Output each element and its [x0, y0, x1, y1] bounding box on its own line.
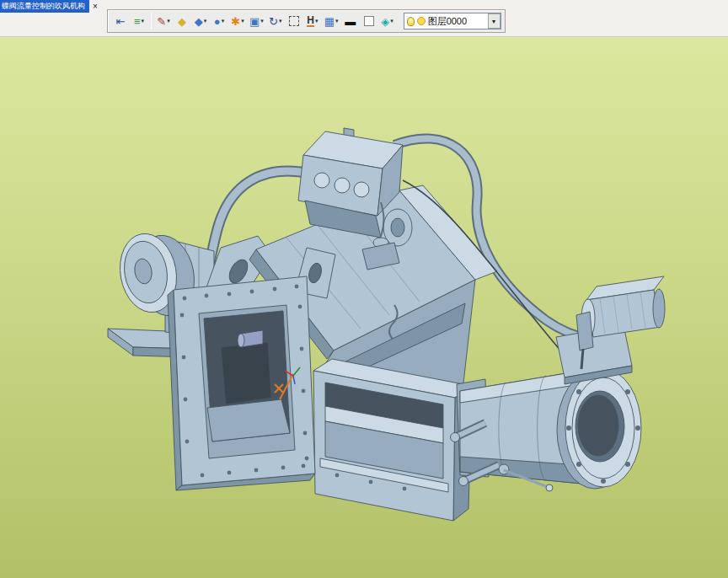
- rotate-icon: ↻: [269, 16, 278, 27]
- dashed-square-icon: [289, 16, 299, 26]
- app-window: 蝶阀流量控制的吹风机构 × ⇤≡▾✎▾◆◆▾●▾✱▾▣▾↻▾H▾▦▾▬◈▾ 图层…: [0, 0, 728, 578]
- layer-combo-dropdown-button[interactable]: ▾: [488, 13, 500, 29]
- tab-close-button[interactable]: ×: [89, 0, 101, 13]
- sphere-icon: ●: [214, 16, 221, 27]
- top-strip: 蝶阀流量控制的吹风机构 × ⇤≡▾✎▾◆◆▾●▾✱▾▣▾↻▾H▾▦▾▬◈▾ 图层…: [0, 0, 728, 37]
- document-tab-row: 蝶阀流量控制的吹风机构 ×: [0, 0, 101, 13]
- select-region-button[interactable]: [285, 12, 303, 30]
- 3d-model-canvas[interactable]: [0, 37, 728, 578]
- layers-icon: ≡: [134, 16, 141, 27]
- pattern-tool-button[interactable]: ✱▾: [228, 12, 247, 30]
- dropdown-arrow-icon[interactable]: ▾: [390, 18, 393, 24]
- 3d-viewport[interactable]: [0, 37, 728, 578]
- teal-diamond-icon: ◈: [381, 16, 389, 27]
- chevron-down-icon: ▾: [492, 18, 495, 25]
- window-icon: ▣: [249, 16, 260, 27]
- dropdown-arrow-icon[interactable]: ▾: [142, 18, 145, 24]
- exit-app-button[interactable]: ⇤: [111, 12, 130, 30]
- thick-line-icon: ▬: [345, 16, 356, 27]
- right-hopper-box[interactable]: [313, 359, 472, 521]
- view-window-button[interactable]: ▣▾: [247, 12, 266, 30]
- sketch-tool-button[interactable]: ✎▾: [154, 12, 173, 30]
- layer-combo[interactable]: 图层0000 ▾: [404, 13, 501, 29]
- toolbar: ⇤≡▾✎▾◆◆▾●▾✱▾▣▾↻▾H▾▦▾▬◈▾ 图层0000 ▾: [107, 9, 506, 33]
- document-tab[interactable]: 蝶阀流量控制的吹风机构: [0, 0, 89, 13]
- cube-gold-icon: ◆: [178, 16, 186, 27]
- dropdown-arrow-icon[interactable]: ▾: [241, 18, 244, 24]
- layer-color-icon: [417, 17, 426, 25]
- display-mode-button[interactable]: ▦▾: [322, 12, 341, 30]
- material-button[interactable]: ◈▾: [378, 12, 397, 30]
- toolbar-buttons: ⇤≡▾✎▾◆◆▾●▾✱▾▣▾↻▾H▾▦▾▬◈▾: [111, 11, 397, 31]
- line-width-button[interactable]: ▬: [341, 12, 360, 30]
- lightbulb-icon[interactable]: [407, 17, 415, 26]
- screen-icon: ▦: [324, 16, 335, 27]
- cube-blue-icon: ◆: [195, 16, 203, 27]
- dropdown-arrow-icon[interactable]: ▾: [167, 18, 170, 24]
- letter-h-icon: H: [307, 15, 314, 27]
- dropdown-arrow-icon[interactable]: ▾: [335, 18, 339, 24]
- toolbar-separator: [151, 13, 152, 29]
- solid-gold-button[interactable]: ◆: [173, 12, 191, 30]
- dropdown-arrow-icon[interactable]: ▾: [315, 18, 318, 24]
- left-square-flange[interactable]: [168, 276, 315, 490]
- close-icon: ×: [93, 2, 98, 11]
- rotate-view-button[interactable]: ↻▾: [266, 12, 285, 30]
- pencil-icon: ✎: [157, 16, 166, 27]
- dropdown-arrow-icon[interactable]: ▾: [204, 18, 207, 24]
- text-style-button[interactable]: H▾: [303, 12, 322, 30]
- star-icon: ✱: [231, 16, 240, 27]
- dropdown-arrow-icon[interactable]: ▾: [279, 18, 282, 24]
- color-swatch-button[interactable]: [360, 12, 378, 30]
- layer-combo-value: 图层0000: [428, 15, 485, 28]
- dropdown-arrow-icon[interactable]: ▾: [222, 18, 225, 24]
- dropdown-arrow-icon[interactable]: ▾: [260, 18, 264, 24]
- document-tab-title: 蝶阀流量控制的吹风机构: [2, 2, 85, 10]
- swatch-icon: [364, 16, 374, 26]
- render-style-button[interactable]: ≡▾: [130, 12, 148, 30]
- sphere-tool-button[interactable]: ●▾: [210, 12, 228, 30]
- exit-icon: ⇤: [116, 16, 126, 27]
- solid-blue-button[interactable]: ◆▾: [191, 12, 210, 30]
